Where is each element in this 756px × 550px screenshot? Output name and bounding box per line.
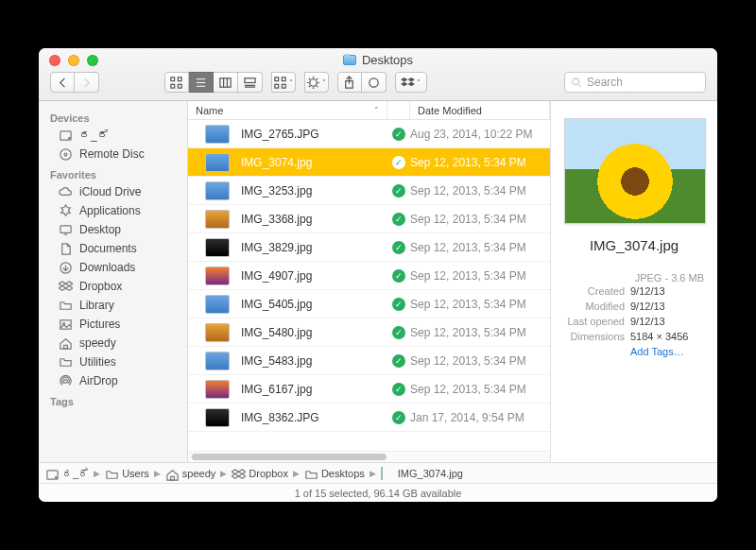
file-date: Sep 12, 2013, 5:34 PM	[410, 326, 550, 339]
preview-kind: JPEG - 3.6 MB	[564, 272, 704, 284]
sidebar-item-label: Dropbox	[79, 280, 122, 293]
column-date[interactable]: Date Modified	[410, 101, 550, 119]
svg-rect-1	[179, 77, 182, 80]
file-row[interactable]: IMG_5405.jpg✓Sep 12, 2013, 5:34 PM	[188, 290, 550, 318]
sidebar-item-label: ರ_ರೆ	[79, 129, 109, 142]
sidebar-heading: Devices	[39, 107, 187, 126]
horizontal-scrollbar[interactable]	[188, 451, 550, 462]
sidebar-item[interactable]: Pictures	[39, 315, 187, 334]
sync-status: ✓	[387, 184, 410, 198]
sidebar-item[interactable]: Desktop	[39, 220, 187, 239]
path-item[interactable]: Dropbox	[229, 468, 291, 479]
window-title-text: Desktops	[362, 53, 413, 67]
sidebar-item[interactable]: speedy	[39, 334, 187, 352]
check-icon: ✓	[392, 383, 405, 396]
search-field[interactable]: Search	[564, 72, 706, 93]
svg-rect-16	[283, 84, 286, 88]
file-row[interactable]: IMG_4907.jpg✓Sep 12, 2013, 5:34 PM	[188, 262, 550, 290]
file-row[interactable]: IMG_3368.jpg✓Sep 12, 2013, 5:34 PM	[188, 205, 550, 233]
search-placeholder: Search	[587, 76, 623, 89]
preview-filename: IMG_3074.jpg	[564, 237, 704, 253]
sidebar-item-label: Utilities	[79, 355, 116, 369]
toolbar: ˅ ˅ ˅ Search	[39, 65, 717, 99]
path-separator-icon: ▶	[220, 469, 227, 478]
sidebar-item[interactable]: Dropbox	[39, 277, 187, 296]
file-row[interactable]: IMG_8362.JPG✓Jan 17, 2014, 9:54 PM	[188, 404, 550, 432]
svg-rect-47	[63, 345, 67, 349]
svg-marker-31	[408, 81, 416, 86]
back-button[interactable]	[50, 72, 75, 93]
svg-marker-55	[239, 474, 247, 479]
file-thumbnail	[205, 266, 230, 285]
column-name[interactable]: Name ˄	[188, 101, 387, 119]
svg-point-36	[60, 148, 70, 159]
file-row[interactable]: IMG_3074.jpg✓Sep 12, 2013, 5:34 PM	[188, 148, 550, 177]
svg-rect-14	[283, 77, 286, 80]
view-list-button[interactable]	[189, 72, 214, 93]
svg-rect-38	[60, 225, 70, 232]
file-date: Sep 12, 2013, 5:34 PM	[410, 156, 550, 169]
arrange-button[interactable]: ˅	[271, 72, 296, 93]
svg-rect-7	[220, 77, 231, 86]
file-name: IMG_5480.jpg	[241, 326, 387, 339]
sidebar-item[interactable]: iCloud Drive	[39, 182, 187, 201]
file-row[interactable]: IMG_3253.jpg✓Sep 12, 2013, 5:34 PM	[188, 177, 550, 205]
file-row[interactable]: IMG_5483.jpg✓Sep 12, 2013, 5:34 PM	[188, 347, 550, 375]
file-date: Sep 12, 2013, 5:34 PM	[410, 383, 550, 396]
file-date: Aug 23, 2014, 10:22 PM	[410, 128, 550, 141]
path-bar: ರ_ರೆ▶Users▶speedy▶Dropbox▶Desktops▶IMG_3…	[39, 462, 717, 483]
sidebar-item[interactable]: Remote Disc	[39, 145, 187, 163]
tags-button[interactable]	[362, 72, 387, 93]
sync-status: ✓	[387, 156, 410, 169]
file-row[interactable]: IMG_5480.jpg✓Sep 12, 2013, 5:34 PM	[188, 318, 550, 347]
sidebar-item[interactable]: Documents	[39, 239, 187, 258]
file-date: Sep 12, 2013, 5:34 PM	[410, 269, 550, 283]
file-row[interactable]: IMG_2765.JPG✓Aug 23, 2014, 10:22 PM	[188, 120, 550, 148]
dropbox-icon	[58, 280, 73, 293]
path-item[interactable]: speedy	[163, 468, 218, 479]
file-row[interactable]: IMG_3829.jpg✓Sep 12, 2013, 5:34 PM	[188, 233, 550, 262]
file-thumbnail	[205, 153, 230, 172]
svg-marker-30	[401, 81, 408, 86]
dropbox-button[interactable]: ˅	[395, 72, 427, 93]
add-tags-link[interactable]: Add Tags…	[630, 344, 684, 359]
check-icon: ✓	[392, 269, 405, 283]
sidebar-item[interactable]: Downloads	[39, 258, 187, 277]
share-button[interactable]	[337, 72, 362, 93]
sidebar: Devicesರ_ರೆRemote DiscFavoritesiCloud Dr…	[39, 101, 188, 462]
svg-line-24	[309, 85, 310, 86]
svg-rect-2	[171, 84, 175, 88]
sidebar-item[interactable]: Library	[39, 296, 187, 315]
sidebar-item[interactable]: Utilities	[39, 352, 187, 371]
folder-icon	[343, 55, 356, 65]
action-button[interactable]: ˅	[304, 72, 329, 93]
check-icon: ✓	[392, 298, 405, 311]
view-columns-button[interactable]	[214, 72, 238, 93]
svg-rect-10	[245, 77, 255, 82]
forward-button[interactable]	[75, 72, 99, 93]
sidebar-item[interactable]: AirDrop	[39, 371, 187, 390]
picture-icon	[58, 318, 73, 331]
file-thumbnail	[205, 295, 230, 314]
sync-status: ✓	[387, 326, 410, 339]
sidebar-heading: Favorites	[39, 163, 187, 182]
column-status[interactable]	[387, 101, 410, 119]
view-coverflow-button[interactable]	[238, 72, 263, 93]
check-icon: ✓	[392, 128, 405, 141]
preview-meta-row: Dimensions5184 × 3456	[564, 329, 704, 344]
sidebar-item[interactable]: ರ_ರೆ	[39, 126, 187, 145]
file-list: Name ˄ Date Modified IMG_2765.JPG✓Aug 23…	[188, 101, 551, 462]
path-item[interactable]: IMG_3074.jpg	[378, 468, 466, 479]
path-icon	[232, 468, 245, 478]
svg-point-50	[56, 477, 58, 479]
path-item[interactable]: Desktops	[301, 468, 368, 479]
file-row[interactable]: IMG_6167.jpg✓Sep 12, 2013, 5:34 PM	[188, 375, 550, 404]
path-item[interactable]: ರ_ರೆ	[43, 468, 92, 479]
sidebar-item[interactable]: Applications	[39, 201, 187, 220]
file-date: Jan 17, 2014, 9:54 PM	[410, 411, 550, 424]
view-icons-button[interactable]	[164, 72, 189, 93]
preview-meta-row: Modified9/12/13	[564, 299, 704, 314]
path-separator-icon: ▶	[94, 469, 100, 478]
svg-line-23	[317, 85, 318, 86]
path-item[interactable]: Users	[102, 468, 152, 479]
